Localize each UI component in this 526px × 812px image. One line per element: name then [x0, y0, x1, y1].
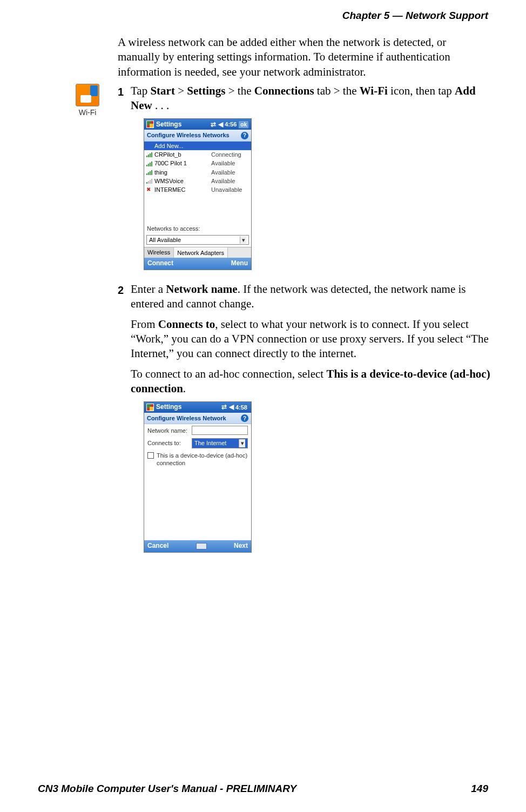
titlebar-text: Settings — [156, 403, 221, 412]
list-item[interactable]: thing Available — [144, 168, 251, 177]
help-icon[interactable]: ? — [241, 132, 248, 139]
help-icon[interactable]: ? — [241, 414, 248, 422]
subheader: Configure Wireless Network ? — [144, 413, 251, 424]
signal-icon — [146, 152, 153, 157]
step-body: Enter a Network name. If the network was… — [131, 282, 490, 562]
list-item[interactable]: ✖ INTERMEC Unavailable — [144, 185, 251, 194]
subheader-text: Configure Wireless Network — [147, 414, 226, 422]
connects-to-label: Connects to: — [147, 439, 190, 447]
intro-paragraph: A wireless network can be added either w… — [118, 35, 490, 79]
page-number: 149 — [471, 783, 488, 795]
titlebar-text: Settings — [156, 120, 211, 129]
chevron-down-icon: ▾ — [239, 439, 245, 447]
step-2-p2: From Connects to, select to what your ne… — [131, 317, 490, 361]
signal-icon: ⇄ — [221, 403, 227, 412]
network-name-input[interactable] — [192, 426, 248, 435]
page-footer: CN3 Mobile Computer User's Manual - PREL… — [38, 783, 488, 795]
subheader: Configure Wireless Networks ? — [144, 130, 251, 141]
network-list: Add New... CRPilot_b Connecting 700C Pil… — [144, 142, 251, 222]
wifi-icon-label: Wi-Fi — [76, 108, 99, 117]
menu-button[interactable]: Menu — [231, 259, 248, 268]
step-1-text: Tap Start > Settings > the Connections t… — [131, 84, 490, 113]
screenshot-wireless-networks: Settings ⇄ ◀ 4:56 ok Configure Wireless … — [144, 118, 252, 270]
step-2-p1: Enter a Network name. If the network was… — [131, 282, 490, 312]
signal-icon — [146, 161, 153, 166]
adhoc-label: This is a device-to-device (ad-hoc) conn… — [157, 452, 248, 467]
chevron-down-icon: ▾ — [240, 236, 246, 244]
unavailable-icon: ✖ — [146, 187, 153, 192]
signal-icon — [146, 170, 153, 175]
list-item-add-new[interactable]: Add New... — [144, 142, 251, 150]
subheader-text: Configure Wireless Networks — [147, 131, 230, 139]
volume-icon: ◀ — [218, 120, 223, 129]
start-flag-icon[interactable] — [146, 120, 154, 128]
ppc-footer: Connect Menu — [144, 258, 251, 270]
ppc-footer: Cancel Next — [144, 540, 251, 552]
adhoc-checkbox-row[interactable]: This is a device-to-device (ad-hoc) conn… — [144, 450, 251, 471]
cancel-button[interactable]: Cancel — [147, 542, 168, 551]
connects-to-row: Connects to: The Internet ▾ — [144, 437, 251, 449]
signal-icon: ⇄ — [211, 120, 216, 129]
page-header: Chapter 5 — Network Support — [342, 10, 488, 22]
ppc-titlebar: Settings ⇄ ◀ 4:58 — [144, 402, 251, 413]
ppc-titlebar: Settings ⇄ ◀ 4:56 ok — [144, 119, 251, 130]
adhoc-checkbox[interactable] — [147, 452, 154, 459]
list-item[interactable]: 700C Pilot 1 Available — [144, 159, 251, 167]
step-body: Tap Start > Settings > the Connections t… — [131, 84, 490, 280]
next-button[interactable]: Next — [234, 542, 248, 551]
keyboard-icon[interactable] — [196, 543, 207, 549]
clock: 4:56 — [225, 120, 237, 128]
step-1: 1 Tap Start > Settings > the Connections… — [118, 84, 490, 280]
step-number: 2 — [118, 283, 131, 297]
signal-icon — [146, 178, 153, 184]
list-item[interactable]: WMSVoice Available — [144, 177, 251, 185]
connect-button[interactable]: Connect — [147, 259, 173, 268]
content-body: A wireless network can be added either w… — [118, 35, 490, 562]
access-label: Networks to access: — [144, 222, 251, 234]
wifi-margin-icon-block: Wi-Fi — [76, 84, 99, 117]
access-dropdown[interactable]: All Available ▾ — [146, 235, 249, 245]
network-name-row: Network name: — [144, 424, 251, 437]
tab-strip: Wireless Network Adapters — [144, 247, 251, 258]
volume-icon: ◀ — [229, 403, 234, 412]
screenshot-configure-network: Settings ⇄ ◀ 4:58 Configure Wireless Net… — [144, 401, 252, 553]
step-number: 1 — [118, 85, 131, 99]
list-item[interactable]: CRPilot_b Connecting — [144, 150, 251, 159]
clock: 4:58 — [235, 404, 247, 411]
tab-wireless[interactable]: Wireless — [144, 247, 174, 258]
step-2-p3: To connect to an ad-hoc connection, sele… — [131, 367, 490, 397]
manual-title: CN3 Mobile Computer User's Manual - PREL… — [38, 783, 296, 795]
empty-space — [144, 470, 251, 540]
network-name-label: Network name: — [147, 427, 190, 434]
step-2: 2 Enter a Network name. If the network w… — [118, 282, 490, 562]
connects-to-dropdown[interactable]: The Internet ▾ — [192, 438, 248, 448]
tab-network-adapters[interactable]: Network Adapters — [174, 247, 228, 258]
start-flag-icon[interactable] — [146, 404, 154, 411]
wifi-icon — [76, 84, 99, 106]
ok-button[interactable]: ok — [238, 120, 249, 129]
